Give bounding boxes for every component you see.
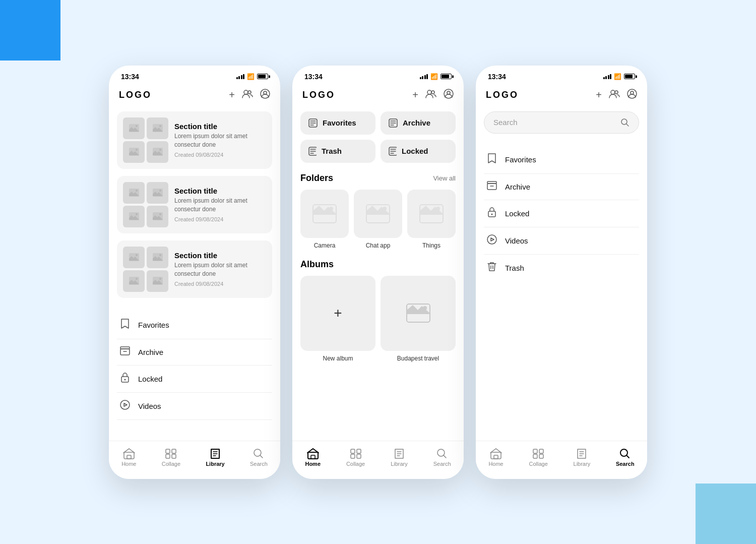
menu-item-favorites-1[interactable]: Favorites xyxy=(117,311,272,339)
nav-collage-label-1: Collage xyxy=(162,461,180,467)
folder-item-things[interactable]: Things xyxy=(407,190,456,249)
quick-btn-locked[interactable]: Locked xyxy=(381,140,456,163)
quick-btn-favorites[interactable]: Favorites xyxy=(300,111,375,135)
album-thumb-budapest xyxy=(381,276,456,351)
thumb-2-0 xyxy=(123,247,145,268)
menu-item-videos-3[interactable]: Videos xyxy=(484,227,639,255)
svg-point-32 xyxy=(120,400,130,409)
menu-list-3: Favorites Archive Locked xyxy=(484,144,639,285)
menu-item-locked-3[interactable]: Locked xyxy=(484,200,639,227)
thumb-grid-0 xyxy=(123,117,168,163)
nav-collage-1[interactable]: Collage xyxy=(156,446,186,469)
nav-home-3[interactable]: Home xyxy=(482,446,509,469)
svg-rect-38 xyxy=(172,454,176,458)
nav-home-2[interactable]: Home xyxy=(299,446,327,469)
search-input-placeholder[interactable]: Search xyxy=(493,118,615,127)
search-nav-icon-1 xyxy=(253,448,264,459)
albums-row: + New album Budapest travel xyxy=(300,276,456,362)
nav-library-1[interactable]: Library xyxy=(200,446,230,469)
header-actions-2: + xyxy=(412,89,454,101)
folder-item-camera[interactable]: Camera xyxy=(300,190,349,249)
menu-item-archive-3[interactable]: Archive xyxy=(484,174,639,200)
signal-icon-2 xyxy=(420,74,428,79)
svg-rect-58 xyxy=(351,449,355,453)
section-item-1[interactable]: Section title Lorem ipsum dolor sit amet… xyxy=(117,176,272,233)
nav-library-label-3: Library xyxy=(574,461,591,467)
profile-icon-2[interactable] xyxy=(444,89,454,101)
group-icon-1[interactable] xyxy=(242,89,253,101)
quick-btn-trash[interactable]: Trash xyxy=(300,140,375,163)
profile-icon-1[interactable] xyxy=(260,89,270,101)
menu-list-1: Favorites Archive Locked xyxy=(117,309,272,424)
thumb-0-1 xyxy=(147,117,168,139)
section-desc-0: Lorem ipsum dolor sit amet consectur don… xyxy=(174,132,266,149)
menu-item-favorites-3[interactable]: Favorites xyxy=(484,146,639,174)
svg-point-5 xyxy=(136,125,138,127)
bookmark-icon-3 xyxy=(486,153,498,166)
album-item-budapest[interactable]: Budapest travel xyxy=(381,276,456,362)
svg-point-3 xyxy=(264,91,267,94)
nav-library-3[interactable]: Library xyxy=(568,446,597,469)
archive-icon-1 xyxy=(119,346,131,358)
logo-3: LOGO xyxy=(486,90,519,100)
nav-home-1[interactable]: Home xyxy=(115,446,142,469)
quick-trash-label: Trash xyxy=(322,147,342,155)
app-header-2: LOGO + xyxy=(292,85,464,107)
group-icon-2[interactable] xyxy=(425,89,436,101)
signal-icon-1 xyxy=(236,74,245,79)
folder-thumb-things xyxy=(407,190,456,238)
profile-icon-3[interactable] xyxy=(627,89,637,101)
album-thumb-new: + xyxy=(300,276,375,351)
collage-nav-icon-3 xyxy=(532,448,544,459)
quick-btn-archive[interactable]: Archive xyxy=(381,111,456,135)
nav-collage-label-2: Collage xyxy=(346,461,365,467)
svg-point-31 xyxy=(124,379,126,380)
nav-search-3[interactable]: Search xyxy=(610,446,641,469)
group-icon-3[interactable] xyxy=(609,89,620,101)
section-item-2[interactable]: Section title Lorem ipsum dolor sit amet… xyxy=(117,240,272,298)
search-nav-icon-2 xyxy=(436,448,448,459)
library-nav-icon-2 xyxy=(393,448,405,459)
nav-search-2[interactable]: Search xyxy=(427,446,457,469)
section-date-1: Created 09/08/2024 xyxy=(174,216,266,222)
search-bar[interactable]: Search xyxy=(484,111,639,134)
thumb-grid-1 xyxy=(123,182,168,227)
section-info-2: Section title Lorem ipsum dolor sit amet… xyxy=(174,251,266,287)
home-nav-icon-3 xyxy=(490,448,502,459)
nav-search-1[interactable]: Search xyxy=(244,446,274,469)
search-nav-icon-3 xyxy=(619,448,631,459)
home-nav-icon-2 xyxy=(307,448,319,459)
add-icon-2[interactable]: + xyxy=(412,89,418,101)
video-icon-1 xyxy=(119,400,131,412)
svg-rect-75 xyxy=(533,449,537,453)
album-item-new[interactable]: + New album xyxy=(300,276,375,362)
view-all-button[interactable]: View all xyxy=(433,174,456,182)
bottom-nav-3: Home Collage Library Search xyxy=(476,441,647,479)
nav-collage-3[interactable]: Collage xyxy=(523,446,553,469)
menu-item-archive-1[interactable]: Archive xyxy=(117,339,272,366)
add-icon-3[interactable]: + xyxy=(596,89,602,101)
svg-point-53 xyxy=(436,207,440,211)
menu-item-videos-1[interactable]: Videos xyxy=(117,393,272,420)
archive-icon-3 xyxy=(486,181,498,193)
nav-collage-2[interactable]: Collage xyxy=(340,446,371,469)
nav-home-label-2: Home xyxy=(305,461,321,467)
thumb-grid-2 xyxy=(123,247,168,292)
favorites-label-3: Favorites xyxy=(505,155,536,164)
corner-decoration-br xyxy=(696,483,756,544)
add-icon-1[interactable]: + xyxy=(229,89,235,101)
wifi-icon-2: 📶 xyxy=(430,73,438,80)
menu-item-locked-1[interactable]: Locked xyxy=(117,366,272,393)
svg-rect-29 xyxy=(120,347,130,349)
logo-1: LOGO xyxy=(119,90,152,100)
menu-item-trash-3[interactable]: Trash xyxy=(484,255,639,281)
svg-rect-77 xyxy=(533,454,537,458)
section-item-0[interactable]: Section title Lorem ipsum dolor sit amet… xyxy=(117,111,272,169)
phone-search: 13:34 📶 LOGO + xyxy=(476,66,647,479)
search-bar-icon xyxy=(620,118,629,127)
logo-2: LOGO xyxy=(302,90,335,100)
nav-library-2[interactable]: Library xyxy=(385,446,414,469)
home-nav-icon-1 xyxy=(123,448,135,459)
thumb-1-0 xyxy=(123,182,145,204)
folder-item-chatapp[interactable]: Chat app xyxy=(354,190,402,249)
